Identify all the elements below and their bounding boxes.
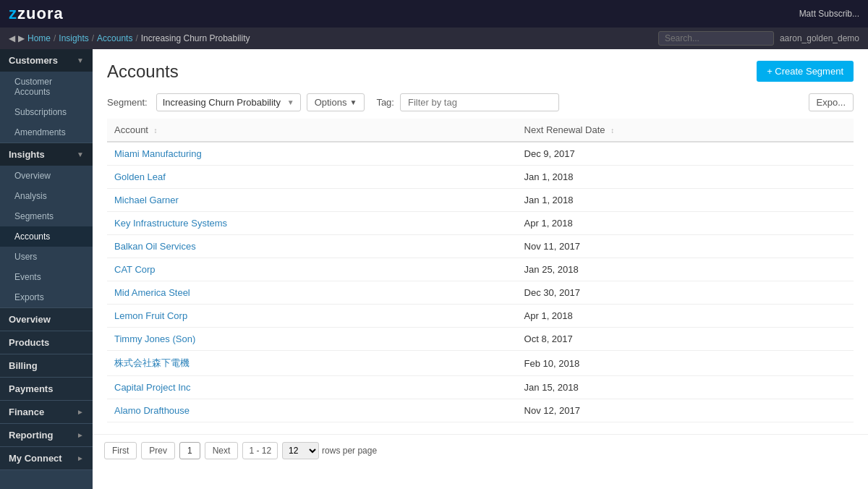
page-range: 1 - 12 [242, 442, 278, 459]
table-row: Key Infrastructure SystemsApr 1, 2018 [107, 212, 854, 235]
sidebar-section-billing-header[interactable]: Billing [0, 354, 93, 377]
prev-page-button[interactable]: Prev [141, 442, 175, 459]
nav-back-icon[interactable]: ◀ [9, 33, 15, 43]
sidebar-section-payments-label: Payments [9, 383, 53, 394]
table-header: Account ↕ Next Renewal Date ↕ [107, 119, 854, 142]
sidebar-section-finance-header[interactable]: Finance ► [0, 401, 93, 423]
sidebar-section-insights: Insights ▼ Overview Analysis Segments Ac… [0, 143, 93, 308]
renewal-date-cell: Nov 12, 2017 [517, 399, 854, 422]
topbar-right: Matt Subscrib... [799, 9, 859, 19]
renewal-date-cell: Feb 10, 2018 [517, 351, 854, 376]
sidebar-item-accounts[interactable]: Accounts [0, 226, 93, 247]
breadcrumb-home[interactable]: Home [27, 33, 51, 43]
account-link[interactable]: Lemon Fruit Corp [114, 310, 187, 321]
table-row: Alamo DrafthouseNov 12, 2017 [107, 399, 854, 422]
breadcrumb-accounts[interactable]: Accounts [97, 33, 132, 43]
account-link[interactable]: Key Infrastructure Systems [114, 218, 227, 229]
export-button[interactable]: Expo... [809, 93, 854, 111]
sidebar-section-products-label: Products [9, 337, 49, 348]
rows-per-page-label: rows per page [322, 446, 377, 456]
account-link[interactable]: Capital Project Inc [114, 382, 191, 393]
table-row: Mid America SteelDec 30, 2017 [107, 281, 854, 305]
sidebar-item-users[interactable]: Users [0, 247, 93, 267]
first-page-button[interactable]: First [104, 442, 137, 459]
renewal-date-cell: Jan 1, 2018 [517, 166, 854, 189]
tag-input[interactable] [400, 93, 559, 111]
sidebar-section-products: Products [0, 331, 93, 354]
sidebar-section-overview-label: Overview [9, 314, 51, 325]
account-link[interactable]: Alamo Drafthouse [114, 405, 190, 416]
nav-forward-icon[interactable]: ▶ [18, 33, 25, 43]
account-link[interactable]: Golden Leaf [114, 171, 166, 182]
breadcrumb-sep3: / [135, 33, 137, 43]
account-link[interactable]: Balkan Oil Services [114, 241, 196, 252]
page-title-row: Accounts + Create Segment [107, 61, 854, 82]
sidebar-item-exports[interactable]: Exports [0, 287, 93, 307]
search-container [658, 31, 774, 46]
sidebar: Customers ▼ Customer Accounts Subscripti… [0, 49, 93, 489]
sidebar-section-overview-header[interactable]: Overview [0, 308, 93, 331]
account-link[interactable]: CAT Corp [114, 264, 156, 275]
sidebar-insights-chevron: ▼ [77, 150, 84, 158]
segment-value: Increasing Churn Probability [163, 97, 281, 108]
sidebar-item-overview[interactable]: Overview [0, 166, 93, 186]
renewal-date-cell: Apr 1, 2018 [517, 305, 854, 328]
options-label: Options [315, 97, 347, 108]
sidebar-section-finance: Finance ► [0, 401, 93, 424]
account-link[interactable]: 株式会社森下電機 [114, 357, 190, 368]
sidebar-section-myconnect-label: My Connect [9, 453, 62, 464]
table-row: Golden LeafJan 1, 2018 [107, 166, 854, 189]
options-button[interactable]: Options ▼ [307, 93, 365, 111]
sidebar-section-reporting: Reporting ► [0, 424, 93, 447]
table-row: 株式会社森下電機Feb 10, 2018 [107, 351, 854, 376]
create-segment-button[interactable]: + Create Segment [757, 61, 854, 82]
account-link[interactable]: Mid America Steel [114, 287, 190, 298]
table-row: Timmy Jones (Son)Oct 8, 2017 [107, 328, 854, 351]
sidebar-section-customers: Customers ▼ Customer Accounts Subscripti… [0, 49, 93, 143]
sidebar-section-reporting-label: Reporting [9, 430, 53, 441]
sidebar-section-payments-header[interactable]: Payments [0, 378, 93, 400]
table-row: CAT CorpJan 25, 2018 [107, 258, 854, 281]
renewal-sort-icon: ↕ [610, 127, 614, 135]
sidebar-section-billing: Billing [0, 354, 93, 378]
sidebar-item-segments[interactable]: Segments [0, 206, 93, 226]
col-renewal-date[interactable]: Next Renewal Date ↕ [517, 119, 854, 142]
account-link[interactable]: Miami Manufacturing [114, 148, 202, 159]
col-account[interactable]: Account ↕ [107, 119, 517, 142]
subnavbar: ◀ ▶ Home / Insights / Accounts / Increas… [0, 27, 868, 49]
sidebar-section-myconnect-header[interactable]: My Connect ► [0, 447, 93, 469]
options-caret-icon: ▼ [349, 98, 357, 106]
sidebar-item-subscriptions[interactable]: Subscriptions [0, 102, 93, 122]
account-link[interactable]: Michael Garner [114, 195, 179, 205]
table-row: Miami ManufacturingDec 9, 2017 [107, 142, 854, 166]
rows-per-page-container: 122550100 rows per page [282, 442, 377, 459]
sidebar-section-reporting-header[interactable]: Reporting ► [0, 424, 93, 446]
table-row: Michael GarnerJan 1, 2018 [107, 189, 854, 212]
rows-per-page-select[interactable]: 122550100 [282, 442, 319, 459]
pagination: First Prev 1 Next 1 - 12 122550100 rows … [93, 434, 868, 467]
sidebar-item-customer-accounts[interactable]: Customer Accounts [0, 72, 93, 102]
sidebar-item-analysis[interactable]: Analysis [0, 186, 93, 206]
next-page-button[interactable]: Next [205, 442, 239, 459]
sidebar-section-billing-label: Billing [9, 360, 38, 371]
table-row: Balkan Oil ServicesNov 11, 2017 [107, 235, 854, 258]
account-sort-icon: ↕ [154, 127, 158, 135]
breadcrumb-current: Increasing Churn Probability [141, 33, 250, 43]
current-page-number: 1 [179, 442, 200, 459]
search-input[interactable] [658, 31, 774, 46]
breadcrumb-sep2: / [92, 33, 94, 43]
sidebar-item-events[interactable]: Events [0, 267, 93, 287]
table-body: Miami ManufacturingDec 9, 2017Golden Lea… [107, 142, 854, 422]
logo: zzuora [9, 4, 64, 23]
account-link[interactable]: Timmy Jones (Son) [114, 333, 195, 344]
content-inner: Accounts + Create Segment Segment: Incre… [93, 49, 868, 434]
segment-caret-icon: ▼ [287, 98, 294, 106]
renewal-date-cell: Dec 30, 2017 [517, 281, 854, 305]
sidebar-section-overview: Overview [0, 308, 93, 331]
sidebar-section-customers-header[interactable]: Customers ▼ [0, 49, 93, 72]
sidebar-item-amendments[interactable]: Amendments [0, 122, 93, 143]
sidebar-section-products-header[interactable]: Products [0, 331, 93, 354]
segment-select[interactable]: Increasing Churn Probability ▼ [156, 93, 301, 111]
sidebar-section-insights-header[interactable]: Insights ▼ [0, 143, 93, 166]
breadcrumb-insights[interactable]: Insights [59, 33, 88, 43]
